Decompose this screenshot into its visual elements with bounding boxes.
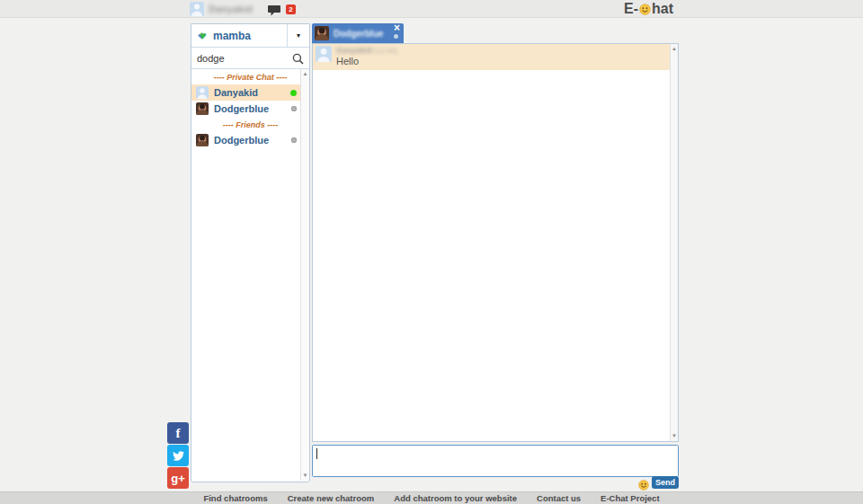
message-body: Danyakid (12:49) Hello: [336, 46, 667, 67]
contact-row-dodgerblue[interactable]: Dodgerblue: [191, 101, 309, 117]
friend-row-dodgerblue[interactable]: Dodgerblue: [191, 132, 309, 148]
tab-status-dot: [394, 34, 398, 39]
contact-list: ---- Private Chat ---- Danyakid Dodgerbl…: [191, 69, 309, 482]
social-buttons: f g+: [167, 422, 189, 489]
message-author-line: Danyakid (12:49): [336, 46, 667, 56]
contact-name: Dodgerblue: [214, 135, 269, 146]
online-status-dot: [290, 90, 297, 96]
text-caret: [316, 448, 317, 459]
echat-logo: E- hat: [624, 1, 673, 17]
send-button[interactable]: Send: [652, 476, 679, 489]
logo-text-prefix: E-: [624, 1, 638, 17]
top-bar: Danyakid 2 E- hat: [0, 0, 863, 18]
mamba-hearts-icon: ♥♥: [191, 29, 213, 42]
footer-nav: Find chatrooms Create new chatroom Add c…: [0, 491, 863, 504]
close-icon[interactable]: ×: [394, 22, 400, 34]
facebook-icon[interactable]: f: [167, 422, 189, 444]
offline-status-dot: [291, 137, 297, 143]
message-row: Danyakid (12:49) Hello: [313, 44, 670, 70]
footer-link-create-chatroom[interactable]: Create new chatroom: [288, 493, 375, 503]
twitter-icon[interactable]: [167, 445, 189, 466]
message-author-name: Danyakid: [336, 46, 372, 55]
contact-name: Dodgerblue: [214, 103, 269, 114]
contact-row-danyakid[interactable]: Danyakid: [191, 84, 309, 101]
tab-controls: ×: [389, 23, 404, 43]
scroll-up-arrow[interactable]: ▲: [671, 45, 678, 53]
chevron-down-icon: ▾: [297, 31, 300, 40]
message-text: Hello: [336, 56, 667, 67]
current-user-avatar: [190, 2, 204, 16]
message-panel: Danyakid (12:49) Hello ▲ ▼: [312, 43, 679, 442]
emoji-picker-icon[interactable]: [638, 478, 649, 489]
chat-tab-dodgerblue[interactable]: Dodgerblue ×: [312, 23, 404, 43]
scroll-up-arrow[interactable]: ▲: [301, 70, 309, 78]
contacts-sidebar: ♥♥ mamba ▾ ---- Private Chat ---- Danyak…: [191, 23, 310, 482]
message-input[interactable]: [313, 446, 678, 476]
message-timestamp: (12:49): [375, 47, 397, 55]
current-user-chip[interactable]: Danyakid 2: [190, 2, 296, 16]
search-icon[interactable]: [292, 52, 304, 64]
footer-link-echat-project[interactable]: E-Chat Project: [601, 493, 659, 503]
network-selector[interactable]: ♥♥ mamba ▾: [191, 24, 309, 48]
message-author-avatar: [316, 46, 332, 62]
network-dropdown-button[interactable]: ▾: [287, 24, 309, 47]
contact-search: [191, 48, 309, 69]
chat-bubble-icon[interactable]: [268, 4, 280, 14]
footer-link-find-chatrooms[interactable]: Find chatrooms: [203, 493, 267, 503]
tab-title: Dodgerblue: [334, 29, 389, 39]
contact-avatar: [196, 102, 209, 115]
contact-name: Danyakid: [214, 87, 258, 98]
footer-link-contact-us[interactable]: Contact us: [537, 493, 581, 503]
message-composer: [312, 445, 679, 477]
footer-link-add-chatroom[interactable]: Add chatroom to your website: [394, 493, 517, 503]
tab-avatar: [315, 26, 329, 40]
offline-status-dot: [291, 106, 297, 111]
smiley-logo-icon: [639, 4, 651, 15]
current-user-name: Danyakid: [209, 4, 253, 14]
unread-count-badge[interactable]: 2: [286, 4, 296, 14]
group-divider-private-chat: ---- Private Chat ----: [191, 69, 309, 84]
network-name: mamba: [213, 30, 287, 42]
logo-text-suffix: hat: [652, 1, 673, 17]
scroll-down-arrow[interactable]: ▼: [671, 432, 678, 440]
contact-avatar: [196, 86, 209, 99]
contact-avatar: [196, 134, 209, 146]
messages-scrollbar[interactable]: ▲ ▼: [670, 44, 678, 441]
sidebar-scrollbar[interactable]: ▲ ▼: [300, 69, 309, 481]
scroll-down-arrow[interactable]: ▼: [301, 472, 309, 480]
googleplus-icon[interactable]: g+: [167, 467, 189, 489]
group-divider-friends: ---- Friends ----: [191, 117, 309, 132]
